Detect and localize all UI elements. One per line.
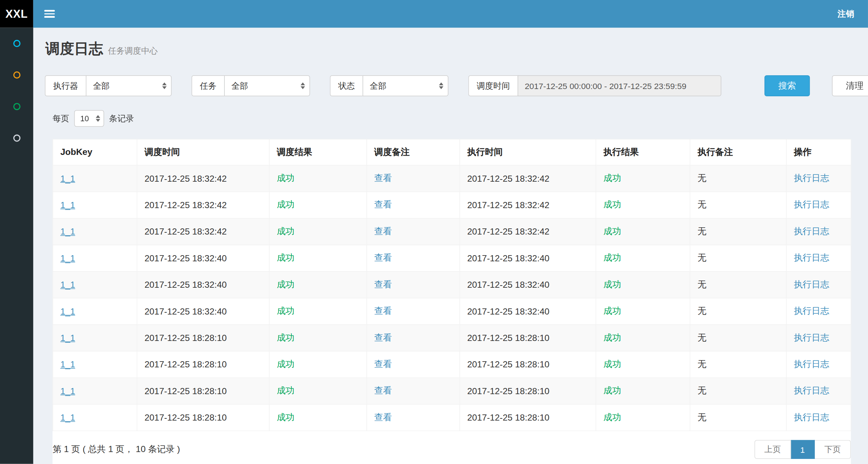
sidebar-item-2[interactable] (0, 59, 33, 91)
app-logo: XXL (0, 0, 33, 28)
trigger-msg-cell: 查看 (367, 351, 460, 377)
prev-page-button[interactable]: 上页 (754, 440, 791, 459)
trigger-result-cell: 成功 (269, 165, 367, 191)
sidebar-item-1[interactable] (0, 28, 33, 59)
page-size-row: 每页 10 条记录 (52, 110, 856, 127)
trigger-msg-link[interactable]: 查看 (374, 279, 392, 289)
trigger-msg-cell: 查看 (367, 165, 460, 191)
page-subtitle: 任务调度中心 (108, 46, 158, 55)
handle-time-cell: 2017-12-25 18:32:42 (460, 192, 596, 218)
log-table-box: JobKey 调度时间 调度结果 调度备注 执行时间 执行结果 执行备注 操作 … (52, 139, 851, 464)
trigger-result-cell: 成功 (269, 404, 367, 431)
execution-log-link[interactable]: 执行日志 (794, 306, 829, 316)
execution-log-link[interactable]: 执行日志 (794, 279, 829, 289)
next-page-button[interactable]: 下页 (815, 440, 851, 459)
column-header-action[interactable]: 操作 (786, 139, 851, 165)
jobkey-link[interactable]: 1_1 (60, 359, 75, 369)
page-size-suffix: 条记录 (109, 113, 134, 124)
table-body: 1_1 2017-12-25 18:32:42 成功 查看 2017-12-25… (53, 165, 851, 431)
jobkey-cell: 1_1 (53, 165, 137, 191)
column-header-handle-time[interactable]: 执行时间 (460, 139, 596, 165)
jobkey-link[interactable]: 1_1 (60, 333, 75, 342)
trigger-msg-link[interactable]: 查看 (374, 226, 392, 236)
trigger-result-cell: 成功 (269, 378, 367, 404)
trigger-msg-link[interactable]: 查看 (374, 200, 392, 209)
jobkey-link[interactable]: 1_1 (60, 280, 75, 289)
page-size-select[interactable]: 10 (74, 110, 104, 127)
clear-button[interactable]: 清理 (832, 75, 868, 96)
execution-log-link[interactable]: 执行日志 (794, 412, 829, 422)
handle-time-cell: 2017-12-25 18:32:40 (460, 298, 596, 325)
jobkey-link[interactable]: 1_1 (60, 413, 75, 422)
handle-result-cell: 成功 (596, 245, 690, 271)
column-header-trigger-time[interactable]: 调度时间 (137, 139, 270, 165)
page-number-button[interactable]: 1 (791, 440, 815, 459)
status-filter-label: 状态 (330, 75, 362, 96)
table-row: 1_1 2017-12-25 18:32:40 成功 查看 2017-12-25… (53, 245, 851, 271)
jobkey-link[interactable]: 1_1 (60, 173, 75, 183)
trigger-msg-link[interactable]: 查看 (374, 386, 392, 395)
sidebar-item-3[interactable] (0, 91, 33, 122)
handle-msg-cell: 无 (690, 378, 786, 404)
status-filter-group: 状态 全部 (330, 75, 448, 96)
page-size-value: 10 (80, 114, 89, 123)
trigger-msg-link[interactable]: 查看 (374, 253, 392, 262)
trigger-result-cell: 成功 (269, 192, 367, 218)
handle-result-cell: 成功 (596, 192, 690, 218)
execution-log-link[interactable]: 执行日志 (794, 359, 829, 369)
sidebar-toggle-icon[interactable] (44, 8, 55, 19)
execution-log-link[interactable]: 执行日志 (794, 173, 829, 183)
column-header-trigger-result[interactable]: 调度结果 (269, 139, 367, 165)
sidebar-item-4[interactable] (0, 122, 33, 154)
column-header-handle-result[interactable]: 执行结果 (596, 139, 690, 165)
trigger-time-cell: 2017-12-25 18:32:40 (137, 298, 270, 325)
jobkey-link[interactable]: 1_1 (60, 306, 75, 316)
execution-log-link[interactable]: 执行日志 (794, 386, 829, 395)
trigger-time-cell: 2017-12-25 18:28:10 (137, 404, 270, 431)
logout-link[interactable]: 注销 (838, 9, 854, 19)
column-header-handle-msg[interactable]: 执行备注 (690, 139, 786, 165)
handle-msg-cell: 无 (690, 218, 786, 245)
execution-log-link[interactable]: 执行日志 (794, 333, 829, 342)
jobkey-link[interactable]: 1_1 (60, 227, 75, 236)
handle-result-cell: 成功 (596, 218, 690, 245)
trigger-time-cell: 2017-12-25 18:32:40 (137, 271, 270, 298)
handle-time-cell: 2017-12-25 18:28:10 (460, 351, 596, 377)
column-header-jobkey[interactable]: JobKey (53, 139, 137, 165)
execution-log-link[interactable]: 执行日志 (794, 200, 829, 209)
action-cell: 执行日志 (786, 378, 851, 404)
handle-result-cell: 成功 (596, 271, 690, 298)
status-filter-select[interactable]: 全部 (363, 75, 448, 96)
page-title: 调度日志 (45, 41, 103, 57)
table-row: 1_1 2017-12-25 18:28:10 成功 查看 2017-12-25… (53, 404, 851, 431)
execution-log-link[interactable]: 执行日志 (794, 253, 829, 262)
trigger-msg-link[interactable]: 查看 (374, 412, 392, 422)
select-arrows-icon (96, 115, 100, 122)
page-size-prefix: 每页 (52, 113, 69, 124)
trigger-msg-link[interactable]: 查看 (374, 359, 392, 369)
jobkey-cell: 1_1 (53, 271, 137, 298)
jobkey-link[interactable]: 1_1 (60, 253, 75, 263)
handle-result-cell: 成功 (596, 404, 690, 431)
trigger-msg-link[interactable]: 查看 (374, 173, 392, 183)
job-filter-select[interactable]: 全部 (224, 75, 310, 96)
search-button[interactable]: 搜索 (764, 75, 810, 96)
trigger-msg-link[interactable]: 查看 (374, 333, 392, 342)
executor-filter-select[interactable]: 全部 (86, 75, 172, 96)
trigger-result-cell: 成功 (269, 298, 367, 325)
handle-time-cell: 2017-12-25 18:32:42 (460, 218, 596, 245)
app-root: XXL 注销 调度日志任务调度中心 执行器 全部 任务 全部 (0, 0, 868, 464)
jobkey-link[interactable]: 1_1 (60, 200, 75, 210)
select-arrows-icon (162, 83, 167, 89)
execution-log-link[interactable]: 执行日志 (794, 226, 829, 236)
jobkey-link[interactable]: 1_1 (60, 386, 75, 396)
trigger-time-cell: 2017-12-25 18:32:42 (137, 192, 270, 218)
trigger-time-cell: 2017-12-25 18:32:42 (137, 218, 270, 245)
trigger-time-range-input[interactable] (518, 75, 721, 96)
action-cell: 执行日志 (786, 165, 851, 191)
trigger-msg-cell: 查看 (367, 218, 460, 245)
trigger-msg-link[interactable]: 查看 (374, 306, 392, 316)
column-header-trigger-msg[interactable]: 调度备注 (367, 139, 460, 165)
trigger-result-cell: 成功 (269, 325, 367, 351)
executor-filter-label: 执行器 (45, 75, 86, 96)
